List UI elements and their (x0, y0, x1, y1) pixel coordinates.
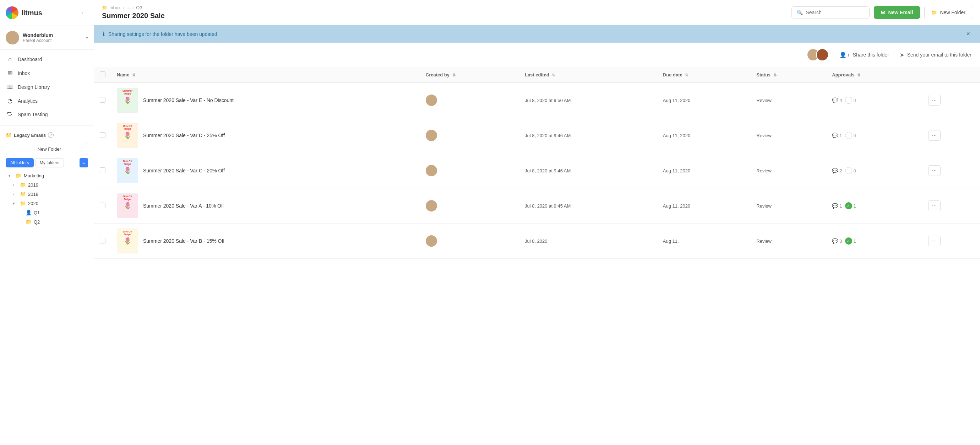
email-name[interactable]: Summer 2020 Sale - Var E - No Discount (143, 97, 234, 103)
folder-marketing[interactable]: ▾ 📁 Marketing (6, 171, 88, 180)
email-thumbnail[interactable]: 15% Off Tulips 🌷 (117, 228, 138, 254)
more-options-button[interactable]: ··· (928, 130, 940, 141)
dashboard-icon: ⌂ (6, 56, 13, 62)
my-folders-tab[interactable]: My folders (35, 158, 64, 167)
svg-point-6 (429, 96, 434, 100)
email-name[interactable]: Summer 2020 Sale - Var A - 10% Off (143, 203, 224, 209)
page-title: Summer 2020 Sale (102, 12, 165, 20)
search-box[interactable]: 🔍 (791, 6, 870, 19)
sidebar-item-analytics[interactable]: ◔ Analytics (0, 94, 94, 108)
sidebar-item-inbox[interactable]: ✉ Inbox (0, 66, 94, 80)
sidebar-logo-bar: litmus ← (0, 0, 94, 26)
new-folder-sidebar-button[interactable]: + New Folder (6, 143, 88, 155)
row-last-edited-cell: Jul 8, 2020 at 9:46 AM (519, 118, 657, 153)
expand-icon: › (13, 183, 18, 187)
sidebar-collapse-button[interactable]: ← (79, 8, 88, 18)
breadcrumb-dots[interactable]: ··· (126, 5, 130, 10)
notification-left: ℹ Sharing settings for the folder have b… (103, 30, 217, 37)
user-section[interactable]: Wonderblum Parent Account ▾ (0, 26, 94, 50)
row-last-edited-cell: Jul 8, 2020 at 9:46 AM (519, 153, 657, 188)
header-approvals[interactable]: Approvals ⇅ (826, 67, 922, 83)
send-email-action[interactable]: ➤ Send your email to this folder (900, 51, 972, 58)
row-checkbox[interactable] (100, 132, 105, 138)
send-icon: ➤ (900, 51, 904, 58)
breadcrumb-q3[interactable]: Q3 (136, 5, 142, 10)
table-row: 20% Off Tulips 🌷 Summer 2020 Sale - Var … (94, 153, 980, 188)
header-name[interactable]: Name ⇅ (111, 67, 420, 83)
new-email-button[interactable]: ✉ New Email (874, 6, 920, 19)
due-date: Aug 11, 2020 (663, 98, 690, 103)
breadcrumb-inbox[interactable]: Inbox (109, 5, 121, 10)
created-by-avatar (426, 200, 437, 212)
svg-point-4 (820, 51, 824, 55)
help-icon[interactable]: ? (48, 132, 54, 138)
select-all-checkbox[interactable] (100, 72, 105, 77)
approve-button[interactable]: 0 (845, 167, 856, 174)
more-options-button[interactable]: ··· (928, 95, 940, 105)
info-icon: ℹ (103, 30, 105, 37)
header-last-edited[interactable]: Last edited ⇅ (519, 67, 657, 83)
envelope-icon: ✉ (881, 10, 885, 15)
row-checkbox[interactable] (100, 97, 105, 103)
header-status[interactable]: Status ⇅ (751, 67, 826, 83)
row-checkbox[interactable] (100, 238, 105, 244)
last-edited-date: Jul 8, 2020 at 9:46 AM (525, 168, 571, 174)
thumb-flower-icon: 🌷 (124, 167, 131, 174)
comment-count: 💬 1 (832, 203, 842, 209)
comment-count: 💬 2 (832, 168, 842, 174)
sidebar-item-dashboard[interactable]: ⌂ Dashboard (0, 53, 94, 66)
table-row: 15% Off Tulips 🌷 Summer 2020 Sale - Var … (94, 223, 980, 259)
folder-2020[interactable]: ▾ 📁 2020 (6, 199, 88, 208)
approve-button[interactable]: 0 (845, 97, 856, 104)
email-thumbnail[interactable]: 25% Off Tulips 🌷 (117, 123, 138, 148)
email-thumbnail[interactable]: Summer Tulips 🌷 (117, 88, 138, 113)
more-options-button[interactable]: ··· (928, 236, 940, 246)
row-created-by-cell (420, 153, 519, 188)
search-icon: 🔍 (797, 10, 803, 15)
row-checkbox[interactable] (100, 203, 105, 208)
last-edited-date: Jul 8, 2020 at 9:46 AM (525, 133, 571, 138)
email-name[interactable]: Summer 2020 Sale - Var B - 15% Off (143, 238, 224, 244)
share-folder-action[interactable]: 👤+ Share this folder (839, 51, 889, 58)
sidebar-item-design-library[interactable]: 📖 Design Library (0, 80, 94, 94)
folder-2018[interactable]: › 📁 2018 (6, 190, 88, 199)
new-folder-sidebar-label: New Folder (38, 147, 61, 152)
table-row: 10% Off Tulips 🌷 Summer 2020 Sale - Var … (94, 188, 980, 223)
comment-number: 1 (839, 203, 842, 209)
comment-number: 4 (839, 98, 842, 103)
header-created-by[interactable]: Created by ⇅ (420, 67, 519, 83)
row-checkbox[interactable] (100, 167, 105, 173)
svg-point-7 (428, 102, 435, 106)
analytics-icon: ◔ (6, 97, 13, 104)
thumb-label: 25% Off Tulips (123, 123, 132, 131)
folder-2019[interactable]: › 📁 2019 (6, 180, 88, 190)
thumb-flower-icon: 🌷 (124, 237, 131, 245)
email-thumbnail[interactable]: 10% Off Tulips 🌷 (117, 193, 138, 218)
status-badge: Review (756, 133, 772, 138)
folder-q2[interactable]: 📁 Q2 (6, 217, 88, 226)
sidebar-item-label: Dashboard (18, 56, 42, 62)
sidebar-item-spam-testing[interactable]: 🛡 Spam Testing (0, 108, 94, 121)
all-folders-tab[interactable]: All folders (6, 158, 34, 167)
folder-plus-icon: 📁 (931, 10, 937, 15)
inbox-icon: ✉ (6, 70, 13, 77)
approve-button[interactable]: 0 (845, 132, 856, 139)
list-view-button[interactable]: ≡ (80, 158, 88, 167)
email-thumbnail[interactable]: 20% Off Tulips 🌷 (117, 158, 138, 183)
email-name[interactable]: Summer 2020 Sale - Var C - 20% Off (143, 168, 225, 174)
header-due-date[interactable]: Due date ⇅ (657, 67, 751, 83)
approve-button[interactable]: ✓ 1 (845, 238, 856, 244)
notification-close-button[interactable]: × (965, 30, 972, 38)
search-input[interactable] (806, 10, 864, 15)
row-checkbox-cell (94, 188, 111, 223)
approve-button[interactable]: ✓ 1 (845, 202, 856, 209)
email-name[interactable]: Summer 2020 Sale - Var D - 25% Off (143, 132, 225, 138)
more-options-button[interactable]: ··· (928, 201, 940, 211)
folder-q1[interactable]: 👤 Q1 (6, 208, 88, 217)
approve-icon (845, 97, 852, 104)
new-folder-header-button[interactable]: 📁 New Folder (924, 6, 972, 19)
more-options-button[interactable]: ··· (928, 165, 940, 176)
approve-icon: ✓ (845, 202, 852, 209)
breadcrumb-sep: › (123, 5, 124, 10)
expand-icon: ▾ (13, 201, 18, 206)
